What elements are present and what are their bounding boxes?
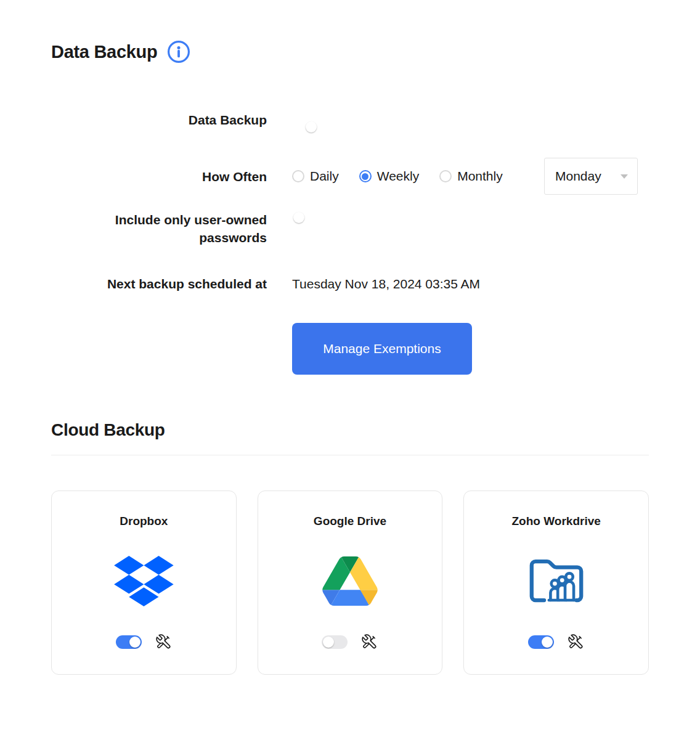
google-drive-settings-tools-icon[interactable] bbox=[361, 633, 378, 650]
radio-option-monthly[interactable]: Monthly bbox=[439, 169, 503, 184]
radio-weekly bbox=[359, 170, 372, 182]
chevron-down-icon bbox=[621, 174, 628, 179]
actions-row: Manage Exemptions bbox=[51, 323, 649, 375]
dropbox-logo bbox=[114, 528, 174, 633]
dropbox-toggle[interactable] bbox=[116, 635, 142, 649]
info-icon[interactable] bbox=[166, 39, 191, 64]
provider-card-google-drive: Google Drive bbox=[258, 491, 443, 675]
radio-option-daily[interactable]: Daily bbox=[292, 169, 339, 184]
next-backup-row: Next backup scheduled at Tuesday Nov 18,… bbox=[51, 275, 649, 293]
radio-monthly-label: Monthly bbox=[457, 169, 503, 184]
radio-daily-label: Daily bbox=[310, 169, 339, 184]
cloud-backup-title: Cloud Backup bbox=[51, 420, 649, 440]
user-owned-label: Include only user-owned passwords bbox=[85, 211, 267, 246]
page-title: Data Backup bbox=[51, 42, 157, 62]
how-often-row: How Often Daily Weekly Monthly Monday bbox=[51, 158, 649, 195]
data-backup-settings-page: Data Backup Data Backup How Often Daily … bbox=[0, 0, 700, 675]
next-backup-label: Next backup scheduled at bbox=[51, 275, 267, 293]
day-select-value: Monday bbox=[555, 169, 601, 184]
radio-option-weekly[interactable]: Weekly bbox=[359, 169, 419, 184]
provider-name: Dropbox bbox=[120, 515, 168, 528]
zoho-workdrive-logo bbox=[527, 528, 586, 633]
cloud-provider-cards: Dropbox bbox=[51, 491, 649, 675]
data-backup-label: Data Backup bbox=[51, 111, 267, 129]
user-owned-row: Include only user-owned passwords bbox=[51, 211, 649, 246]
dropbox-settings-tools-icon[interactable] bbox=[155, 633, 172, 650]
provider-card-dropbox: Dropbox bbox=[51, 491, 237, 675]
zoho-workdrive-settings-tools-icon[interactable] bbox=[568, 633, 584, 650]
radio-monthly bbox=[439, 170, 452, 182]
section-divider bbox=[51, 455, 649, 455]
provider-name: Google Drive bbox=[314, 515, 386, 528]
radio-daily bbox=[292, 170, 304, 182]
data-backup-row: Data Backup bbox=[51, 111, 649, 129]
how-often-label: How Often bbox=[51, 168, 267, 185]
google-drive-toggle[interactable] bbox=[322, 635, 348, 649]
google-drive-logo bbox=[322, 528, 378, 633]
radio-weekly-label: Weekly bbox=[377, 169, 419, 184]
provider-name: Zoho Workdrive bbox=[512, 515, 601, 528]
provider-card-zoho-workdrive: Zoho Workdrive bbox=[463, 491, 649, 675]
zoho-workdrive-toggle[interactable] bbox=[528, 635, 554, 649]
manage-exemptions-button[interactable]: Manage Exemptions bbox=[292, 323, 472, 375]
page-header: Data Backup bbox=[51, 39, 649, 64]
next-backup-value: Tuesday Nov 18, 2024 03:35 AM bbox=[292, 277, 649, 291]
day-select[interactable]: Monday bbox=[544, 158, 638, 195]
